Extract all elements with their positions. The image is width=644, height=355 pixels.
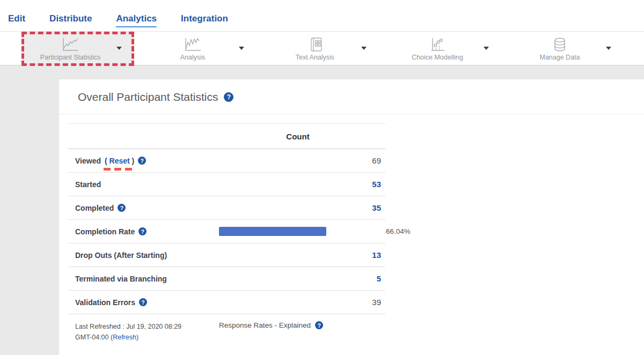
toolbar-item-label: Analysis: [180, 54, 206, 61]
participant-statistics-panel: Overall Participant Statistics ? Count V…: [59, 79, 644, 355]
refresh-link[interactable]: Refresh: [113, 334, 136, 341]
scatter-trend-icon: [428, 36, 447, 52]
table-row-drop-outs: Drop Outs (After Starting) 13: [68, 243, 385, 267]
chevron-down-icon[interactable]: [606, 47, 611, 50]
table-row-completed: Completed ? 35: [68, 196, 385, 219]
completion-rate-cell: 66.04%: [215, 227, 411, 236]
toolbar-item-analysis[interactable]: Analysis: [147, 32, 239, 65]
toolbar-group-analysis: Analysis: [147, 32, 269, 65]
analytics-toolbar: Participant Statistics Analysis: [0, 31, 644, 65]
progress-bar-percent: 66.04%: [386, 227, 411, 235]
response-rates-explained: Response Rates - Explained ?: [219, 321, 323, 343]
table-footer: Last Refreshed : Jul 19, 2020 08:29 GMT-…: [68, 314, 385, 343]
table-row-terminated: Terminated via Branching 5: [68, 267, 385, 290]
toolbar-item-label: Choice Modelling: [412, 54, 463, 61]
row-label: Started: [68, 180, 215, 189]
chevron-down-icon[interactable]: [361, 47, 367, 50]
progress-bar-fill: [219, 227, 326, 236]
table-row-validation-errors: Validation Errors ? 39: [68, 290, 385, 314]
toolbar-item-text-analysis[interactable]: Text Analysis: [269, 32, 361, 65]
zigzag-chart-icon: [183, 36, 202, 52]
toolbar-group-manage-data: Manage Data: [514, 32, 636, 65]
toolbar-item-label: Text Analysis: [296, 54, 334, 61]
toolbar-group-text-analysis: Text Analysis: [269, 32, 391, 65]
nav-tab-integration[interactable]: Integration: [181, 13, 228, 26]
help-icon[interactable]: ?: [139, 298, 147, 306]
header: Edit Distribute Analytics Integration Pa…: [0, 0, 644, 65]
row-label: Drop Outs (After Starting): [68, 251, 215, 260]
row-value: 39: [215, 298, 385, 307]
row-value: 69: [215, 156, 385, 165]
chevron-down-icon[interactable]: [484, 47, 489, 50]
toolbar-group-choice-modelling: Choice Modelling: [391, 32, 514, 65]
table-row-viewed: Viewed ( Reset ) ? 69: [68, 149, 385, 172]
line-chart-icon: [61, 36, 80, 52]
statistics-table: Count Viewed ( Reset ) ? 69: [68, 123, 385, 343]
toolbar-group-participant-statistics: Participant Statistics: [24, 32, 147, 65]
row-label: Completion Rate ?: [68, 227, 215, 236]
toolbar-item-label: Manage Data: [539, 54, 580, 61]
row-value: 35: [215, 203, 385, 212]
chevron-down-icon[interactable]: [239, 47, 244, 50]
toolbar-item-choice-modelling[interactable]: Choice Modelling: [391, 32, 484, 65]
reset-link[interactable]: Reset: [109, 157, 130, 165]
toolbar-item-label: Participant Statistics: [40, 54, 101, 61]
help-icon[interactable]: ?: [315, 321, 323, 329]
row-value: 53: [215, 180, 385, 189]
row-label: Validation Errors ?: [68, 298, 215, 307]
help-icon[interactable]: ?: [118, 204, 126, 212]
annotation-red-dashed-underline: [104, 168, 135, 171]
document-grid-icon: [307, 36, 323, 52]
table-row-completion-rate: Completion Rate ? 66.04%: [68, 219, 385, 243]
progress-bar-track: [219, 227, 382, 236]
last-refreshed-text: Last Refreshed : Jul 19, 2020 08:29 GMT-…: [68, 321, 215, 343]
nav-tab-edit[interactable]: Edit: [8, 13, 25, 26]
help-icon[interactable]: ?: [138, 227, 147, 235]
row-label: Completed ?: [68, 204, 215, 212]
table-header-row: Count: [68, 123, 385, 149]
row-value: 13: [215, 250, 385, 260]
app-window: Edit Distribute Analytics Integration Pa…: [0, 0, 644, 355]
nav-tab-analytics[interactable]: Analytics: [116, 13, 157, 27]
panel-title-block: Overall Participant Statistics ?: [59, 79, 644, 114]
row-label: Viewed ( Reset ) ?: [68, 157, 215, 165]
page-title: Overall Participant Statistics: [78, 91, 218, 103]
main-nav: Edit Distribute Analytics Integration: [8, 13, 252, 27]
row-value: 5: [215, 274, 385, 283]
table-row-started: Started 53: [68, 172, 385, 196]
help-icon[interactable]: ?: [224, 92, 233, 102]
nav-tab-distribute[interactable]: Distribute: [49, 13, 92, 26]
row-label: Terminated via Branching: [68, 275, 215, 283]
database-icon: [552, 36, 567, 52]
toolbar-item-participant-statistics[interactable]: Participant Statistics: [24, 32, 116, 65]
reset-annotated-group: ( Reset ): [105, 157, 134, 165]
help-icon[interactable]: ?: [138, 157, 146, 165]
chevron-down-icon[interactable]: [116, 47, 122, 50]
toolbar-item-manage-data[interactable]: Manage Data: [514, 32, 606, 65]
count-column-header: Count: [215, 132, 381, 141]
